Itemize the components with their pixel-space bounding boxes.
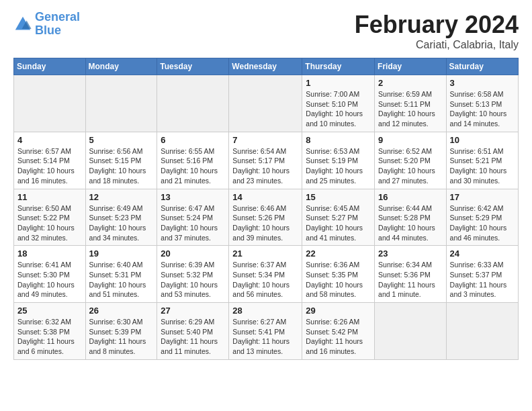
calendar-cell: 11Sunrise: 6:50 AM Sunset: 5:22 PM Dayli…	[14, 189, 86, 246]
calendar-cell: 28Sunrise: 6:27 AM Sunset: 5:41 PM Dayli…	[229, 303, 302, 360]
calendar-cell	[157, 75, 229, 132]
day-info: Sunrise: 6:42 AM Sunset: 5:29 PM Dayligh…	[450, 203, 515, 243]
calendar-subtitle: Cariati, Calabria, Italy	[355, 39, 519, 51]
day-info: Sunrise: 6:47 AM Sunset: 5:24 PM Dayligh…	[161, 203, 225, 243]
calendar-cell: 16Sunrise: 6:44 AM Sunset: 5:28 PM Dayli…	[375, 189, 447, 246]
day-number: 28	[232, 306, 298, 316]
day-number: 20	[161, 248, 225, 259]
calendar-cell: 9Sunrise: 6:52 AM Sunset: 5:20 PM Daylig…	[375, 132, 447, 189]
calendar-cell: 14Sunrise: 6:46 AM Sunset: 5:26 PM Dayli…	[229, 189, 302, 246]
day-number: 6	[161, 135, 225, 145]
weekday-header: Tuesday	[157, 58, 229, 75]
calendar-cell: 13Sunrise: 6:47 AM Sunset: 5:24 PM Dayli…	[157, 189, 229, 246]
day-info: Sunrise: 6:52 AM Sunset: 5:20 PM Dayligh…	[378, 146, 443, 186]
calendar-cell: 12Sunrise: 6:49 AM Sunset: 5:23 PM Dayli…	[85, 189, 157, 246]
day-number: 14	[232, 192, 298, 202]
day-number: 26	[89, 306, 154, 316]
day-number: 16	[378, 192, 443, 202]
day-info: Sunrise: 6:50 AM Sunset: 5:22 PM Dayligh…	[17, 203, 82, 243]
day-number: 22	[306, 248, 371, 259]
calendar-cell	[14, 75, 86, 132]
day-number: 24	[450, 248, 515, 259]
weekday-header: Saturday	[446, 58, 518, 75]
day-info: Sunrise: 6:34 AM Sunset: 5:36 PM Dayligh…	[378, 260, 443, 300]
weekday-header: Monday	[85, 58, 157, 75]
calendar-week-row: 1Sunrise: 7:00 AM Sunset: 5:10 PM Daylig…	[14, 75, 519, 132]
day-number: 12	[89, 192, 154, 202]
calendar-cell: 2Sunrise: 6:59 AM Sunset: 5:11 PM Daylig…	[375, 75, 447, 132]
calendar-cell: 7Sunrise: 6:54 AM Sunset: 5:17 PM Daylig…	[229, 132, 302, 189]
day-info: Sunrise: 6:51 AM Sunset: 5:21 PM Dayligh…	[450, 146, 515, 186]
logo-line2: Blue	[35, 24, 61, 37]
day-number: 3	[450, 78, 515, 88]
day-number: 27	[161, 306, 225, 316]
calendar-week-row: 25Sunrise: 6:32 AM Sunset: 5:38 PM Dayli…	[14, 303, 519, 360]
day-number: 7	[232, 135, 298, 145]
day-info: Sunrise: 6:37 AM Sunset: 5:34 PM Dayligh…	[232, 260, 298, 300]
day-number: 4	[17, 135, 82, 145]
day-info: Sunrise: 6:59 AM Sunset: 5:11 PM Dayligh…	[378, 89, 443, 129]
day-info: Sunrise: 6:57 AM Sunset: 5:14 PM Dayligh…	[17, 146, 82, 186]
header: General Blue February 2024 Cariati, Cala…	[13, 11, 519, 51]
day-info: Sunrise: 6:27 AM Sunset: 5:41 PM Dayligh…	[232, 317, 298, 357]
day-number: 1	[306, 78, 371, 88]
day-number: 15	[306, 192, 371, 202]
day-info: Sunrise: 7:00 AM Sunset: 5:10 PM Dayligh…	[306, 89, 371, 129]
day-number: 13	[161, 192, 225, 202]
calendar-week-row: 4Sunrise: 6:57 AM Sunset: 5:14 PM Daylig…	[14, 132, 519, 189]
day-info: Sunrise: 6:39 AM Sunset: 5:32 PM Dayligh…	[161, 260, 225, 300]
calendar-cell: 21Sunrise: 6:37 AM Sunset: 5:34 PM Dayli…	[229, 246, 302, 303]
day-info: Sunrise: 6:40 AM Sunset: 5:31 PM Dayligh…	[89, 260, 154, 300]
day-info: Sunrise: 6:36 AM Sunset: 5:35 PM Dayligh…	[306, 260, 371, 300]
calendar-cell	[375, 303, 447, 360]
day-info: Sunrise: 6:46 AM Sunset: 5:26 PM Dayligh…	[232, 203, 298, 243]
day-info: Sunrise: 6:56 AM Sunset: 5:15 PM Dayligh…	[89, 146, 154, 186]
day-number: 11	[17, 192, 82, 202]
calendar-cell: 6Sunrise: 6:55 AM Sunset: 5:16 PM Daylig…	[157, 132, 229, 189]
day-number: 25	[17, 306, 82, 316]
day-info: Sunrise: 6:53 AM Sunset: 5:19 PM Dayligh…	[306, 146, 371, 186]
day-number: 2	[378, 78, 443, 88]
calendar-cell: 3Sunrise: 6:58 AM Sunset: 5:13 PM Daylig…	[446, 75, 518, 132]
day-info: Sunrise: 6:44 AM Sunset: 5:28 PM Dayligh…	[378, 203, 443, 243]
day-number: 9	[378, 135, 443, 145]
day-number: 5	[89, 135, 154, 145]
logo-line1: General	[35, 10, 80, 24]
calendar-cell: 1Sunrise: 7:00 AM Sunset: 5:10 PM Daylig…	[302, 75, 375, 132]
calendar-cell: 24Sunrise: 6:33 AM Sunset: 5:37 PM Dayli…	[446, 246, 518, 303]
weekday-header: Thursday	[302, 58, 375, 75]
day-info: Sunrise: 6:54 AM Sunset: 5:17 PM Dayligh…	[232, 146, 298, 186]
calendar-week-row: 11Sunrise: 6:50 AM Sunset: 5:22 PM Dayli…	[14, 189, 519, 246]
calendar-title: February 2024	[355, 11, 519, 39]
calendar-cell: 4Sunrise: 6:57 AM Sunset: 5:14 PM Daylig…	[14, 132, 86, 189]
calendar-cell: 29Sunrise: 6:26 AM Sunset: 5:42 PM Dayli…	[302, 303, 375, 360]
calendar-cell: 19Sunrise: 6:40 AM Sunset: 5:31 PM Dayli…	[85, 246, 157, 303]
day-number: 8	[306, 135, 371, 145]
weekday-header: Sunday	[14, 58, 86, 75]
calendar-cell: 10Sunrise: 6:51 AM Sunset: 5:21 PM Dayli…	[446, 132, 518, 189]
calendar-cell	[85, 75, 157, 132]
calendar-cell: 8Sunrise: 6:53 AM Sunset: 5:19 PM Daylig…	[302, 132, 375, 189]
calendar-cell: 25Sunrise: 6:32 AM Sunset: 5:38 PM Dayli…	[14, 303, 86, 360]
logo-text: General Blue	[35, 11, 80, 38]
day-number: 18	[17, 248, 82, 259]
day-number: 19	[89, 248, 154, 259]
day-info: Sunrise: 6:29 AM Sunset: 5:40 PM Dayligh…	[161, 317, 225, 357]
title-block: February 2024 Cariati, Calabria, Italy	[355, 11, 519, 51]
day-number: 29	[306, 306, 371, 316]
day-info: Sunrise: 6:58 AM Sunset: 5:13 PM Dayligh…	[450, 89, 515, 129]
calendar-week-row: 18Sunrise: 6:41 AM Sunset: 5:30 PM Dayli…	[14, 246, 519, 303]
page: General Blue February 2024 Cariati, Cala…	[0, 0, 532, 367]
logo: General Blue	[13, 11, 80, 38]
calendar-cell: 18Sunrise: 6:41 AM Sunset: 5:30 PM Dayli…	[14, 246, 86, 303]
day-number: 21	[232, 248, 298, 259]
calendar-cell: 27Sunrise: 6:29 AM Sunset: 5:40 PM Dayli…	[157, 303, 229, 360]
day-info: Sunrise: 6:26 AM Sunset: 5:42 PM Dayligh…	[306, 317, 371, 357]
calendar-cell: 23Sunrise: 6:34 AM Sunset: 5:36 PM Dayli…	[375, 246, 447, 303]
header-row: SundayMondayTuesdayWednesdayThursdayFrid…	[14, 58, 519, 75]
logo-icon	[13, 15, 32, 34]
calendar-cell: 20Sunrise: 6:39 AM Sunset: 5:32 PM Dayli…	[157, 246, 229, 303]
day-number: 17	[450, 192, 515, 202]
calendar-cell	[446, 303, 518, 360]
calendar-table: SundayMondayTuesdayWednesdayThursdayFrid…	[13, 58, 519, 360]
